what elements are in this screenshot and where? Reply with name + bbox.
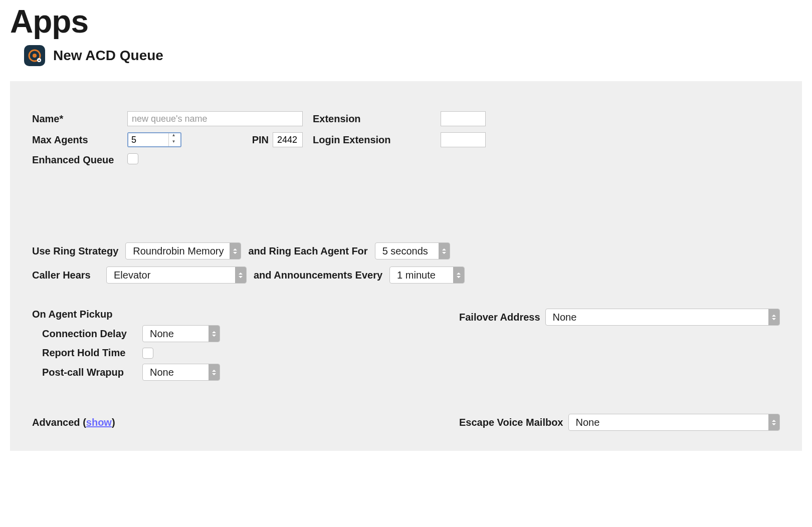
- failover-address-label: Failover Address: [459, 312, 540, 323]
- announcements-label: and Announcements Every: [254, 270, 382, 281]
- ring-each-label: and Ring Each Agent For: [248, 245, 367, 257]
- acd-queue-icon: +: [24, 45, 45, 66]
- extension-input[interactable]: [441, 111, 486, 126]
- pin-input[interactable]: [273, 132, 303, 147]
- announcements-value: 1 minute: [390, 270, 453, 281]
- report-hold-time-checkbox[interactable]: [142, 348, 153, 359]
- failover-address-value: None: [546, 312, 594, 323]
- updown-icon: [439, 243, 450, 259]
- post-call-wrapup-label: Post-call Wrapup: [42, 367, 142, 378]
- escape-voice-mailbox-value: None: [569, 417, 617, 428]
- connection-delay-label: Connection Delay: [42, 328, 142, 340]
- page-title: Apps: [10, 0, 802, 45]
- updown-icon: [235, 267, 246, 283]
- updown-icon: [768, 414, 779, 430]
- updown-icon: [453, 267, 464, 283]
- advanced-label: Advanced (show): [32, 417, 115, 428]
- escape-voice-mailbox-label: Escape Voice Mailbox: [459, 417, 563, 428]
- announcements-select[interactable]: 1 minute: [389, 267, 465, 284]
- pin-label: PIN: [252, 134, 273, 146]
- max-agents-input[interactable]: [128, 133, 168, 146]
- enhanced-queue-label: Enhanced Queue: [32, 154, 127, 166]
- ring-each-value: 5 seconds: [375, 245, 445, 257]
- advanced-show-link[interactable]: show: [86, 417, 112, 428]
- name-label: Name*: [32, 113, 127, 125]
- max-agents-label: Max Agents: [32, 134, 127, 146]
- enhanced-queue-checkbox[interactable]: [127, 153, 138, 164]
- connection-delay-value: None: [143, 328, 191, 340]
- caller-hears-select[interactable]: Elevator: [106, 267, 247, 284]
- advanced-prefix: Advanced (: [32, 417, 86, 428]
- svg-point-1: [33, 54, 37, 58]
- updown-icon: [209, 326, 220, 342]
- updown-icon: [209, 364, 220, 380]
- caller-hears-label: Caller Hears: [32, 270, 99, 281]
- max-agents-stepper[interactable]: ▲ ▼: [127, 132, 181, 147]
- post-call-wrapup-select[interactable]: None: [142, 364, 220, 381]
- advanced-suffix: ): [112, 417, 115, 428]
- updown-icon: [768, 309, 779, 325]
- form-panel: Name* Extension Max Agents ▲ ▼: [10, 81, 802, 451]
- caller-hears-value: Elevator: [107, 270, 167, 281]
- connection-delay-select[interactable]: None: [142, 325, 220, 342]
- failover-address-select[interactable]: None: [545, 309, 780, 326]
- on-agent-pickup-heading: On Agent Pickup: [32, 309, 459, 320]
- post-call-wrapup-value: None: [143, 367, 191, 378]
- stepper-down-icon[interactable]: ▼: [169, 140, 178, 146]
- page-subtitle: New ACD Queue: [53, 48, 163, 64]
- ring-strategy-select[interactable]: Roundrobin Memory: [125, 242, 241, 259]
- login-extension-input[interactable]: [441, 132, 486, 147]
- report-hold-time-label: Report Hold Time: [42, 347, 142, 359]
- subheader: + New ACD Queue: [10, 45, 802, 66]
- use-ring-strategy-label: Use Ring Strategy: [32, 245, 118, 257]
- login-extension-label: Login Extension: [303, 134, 441, 146]
- svg-text:+: +: [38, 59, 40, 62]
- name-input[interactable]: [127, 111, 303, 126]
- extension-label: Extension: [303, 113, 441, 125]
- escape-voice-mailbox-select[interactable]: None: [568, 414, 780, 431]
- updown-icon: [230, 243, 241, 259]
- ring-strategy-value: Roundrobin Memory: [126, 245, 241, 257]
- ring-each-select[interactable]: 5 seconds: [375, 242, 450, 259]
